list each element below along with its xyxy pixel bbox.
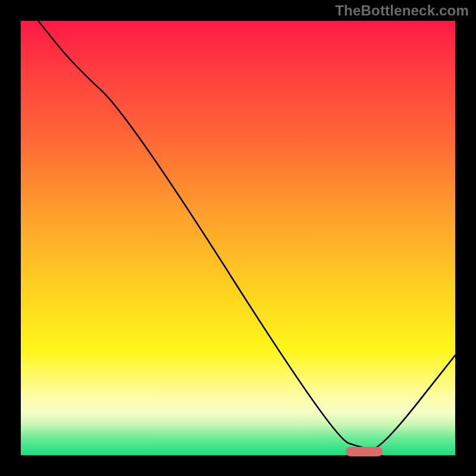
chart-frame: TheBottleneck.com xyxy=(0,0,476,476)
watermark-text: TheBottleneck.com xyxy=(335,2,469,19)
optimal-marker xyxy=(346,447,383,456)
curve-path xyxy=(38,21,455,449)
bottleneck-line xyxy=(21,21,455,455)
plot-area xyxy=(21,21,455,455)
